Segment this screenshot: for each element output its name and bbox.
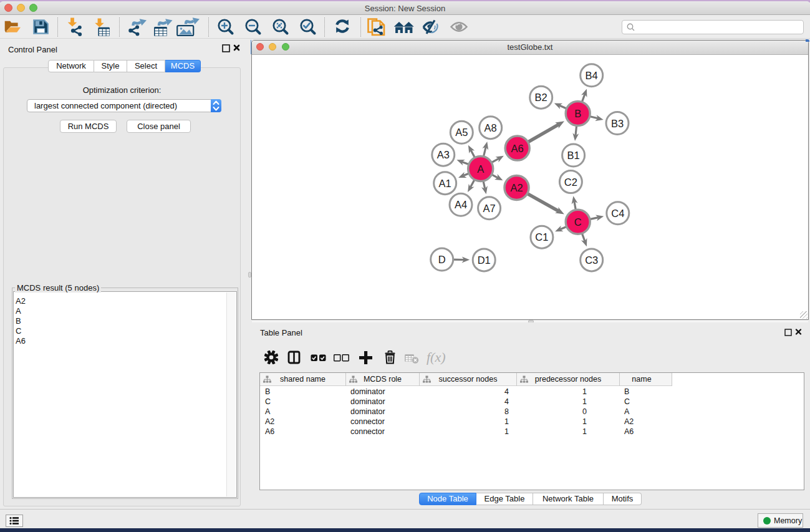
svg-text:A3: A3	[437, 149, 450, 160]
svg-text:A6: A6	[511, 143, 524, 154]
svg-text:D: D	[438, 254, 446, 265]
svg-text:B4: B4	[586, 70, 598, 81]
svg-text:A5: A5	[455, 127, 468, 138]
svg-text:B3: B3	[611, 118, 624, 129]
svg-text:C2: C2	[564, 177, 577, 188]
svg-text:C3: C3	[585, 254, 598, 266]
svg-text:A: A	[477, 163, 484, 175]
svg-text:B2: B2	[535, 92, 547, 103]
svg-text:C4: C4	[611, 208, 624, 219]
svg-text:A2: A2	[510, 182, 523, 193]
svg-text:A7: A7	[483, 203, 496, 214]
svg-text:A8: A8	[485, 122, 497, 133]
svg-text:A1: A1	[439, 178, 451, 189]
svg-text:C: C	[574, 216, 582, 228]
svg-text:C1: C1	[535, 231, 548, 243]
svg-text:B: B	[574, 108, 581, 119]
svg-text:D1: D1	[478, 254, 491, 266]
svg-text:A4: A4	[455, 199, 467, 210]
svg-text:B1: B1	[567, 150, 580, 161]
